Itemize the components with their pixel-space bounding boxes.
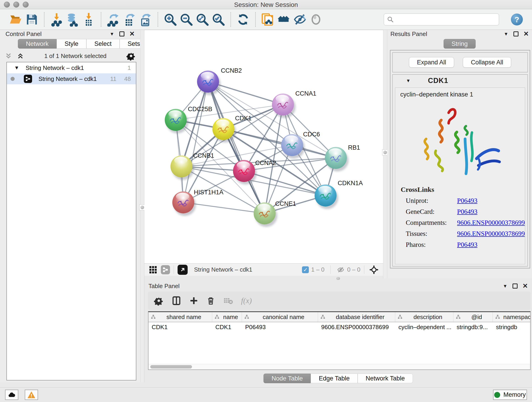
export-image-icon[interactable]	[138, 12, 153, 27]
network-row[interactable]: String Network – cdk1 11 48	[7, 73, 136, 84]
share-view-icon[interactable]	[161, 265, 170, 274]
search-input[interactable]	[394, 14, 496, 25]
node-RB1[interactable]	[325, 147, 347, 169]
edge-CCNB2-HIST1H1A[interactable]	[183, 82, 208, 202]
close-panel-icon[interactable]: ✕	[523, 283, 528, 289]
scrollbar-thumb[interactable]	[150, 365, 192, 369]
tab-network[interactable]: Network	[18, 39, 57, 49]
zoom-fit-icon[interactable]	[194, 12, 210, 27]
gear-icon[interactable]	[127, 51, 136, 61]
memory-button[interactable]: Memory	[493, 390, 527, 400]
edge-HIST1H1A-CCNE1[interactable]	[183, 202, 265, 213]
tab-string[interactable]: String	[443, 39, 476, 49]
crosslink-link[interactable]: P06493	[457, 208, 477, 216]
warning-button[interactable]	[25, 390, 38, 400]
panel-menu-icon[interactable]: ▼	[110, 32, 114, 37]
tab-network-table[interactable]: Network Table	[358, 374, 413, 383]
export-network-icon[interactable]	[105, 12, 121, 27]
zoom-selected-icon[interactable]	[210, 12, 226, 27]
tree-expand-icon[interactable]: ▼	[14, 65, 19, 71]
zoom-in-icon[interactable]	[162, 12, 178, 27]
table-cell[interactable]: 9606.ENSP00000378699	[318, 322, 395, 332]
help-icon[interactable]: ?	[511, 13, 523, 26]
collapse-gene-icon[interactable]: ▼	[406, 78, 411, 83]
node-CCNE1[interactable]	[254, 202, 276, 224]
node-CDC25B[interactable]	[165, 109, 187, 131]
node-CDC6[interactable]	[281, 134, 303, 156]
houses-icon[interactable]	[276, 12, 292, 27]
horizontal-splitter-handle[interactable]	[336, 277, 340, 280]
table-cell[interactable]: stringdb	[493, 322, 531, 332]
close-panel-icon[interactable]: ✕	[129, 31, 135, 37]
crosslink-link[interactable]: 9606.ENSP00000378699	[457, 230, 525, 237]
table-horizontal-scrollbar[interactable]	[148, 364, 530, 370]
column-sort-icon[interactable]	[398, 314, 403, 319]
tab-style[interactable]: Style	[57, 39, 86, 49]
column-sort-icon[interactable]	[244, 314, 249, 319]
node-CCNB1[interactable]	[171, 155, 192, 177]
delete-column-icon[interactable]	[206, 296, 215, 305]
cloud-button[interactable]	[5, 390, 18, 400]
column-header-name[interactable]: name	[212, 312, 242, 322]
panel-menu-icon[interactable]: ▼	[504, 32, 508, 37]
column-header-canonical-name[interactable]: canonical name	[242, 312, 318, 322]
import-network-icon[interactable]	[49, 12, 65, 27]
expand-all-button[interactable]: Expand All	[409, 57, 454, 68]
import-table-icon[interactable]	[81, 12, 97, 27]
collapse-all-button[interactable]: Collapse All	[463, 57, 511, 68]
table-cell[interactable]: CDK1	[148, 322, 212, 332]
column-sort-icon[interactable]	[456, 314, 461, 319]
column-sort-icon[interactable]	[495, 314, 500, 319]
column-header-shared-name[interactable]: shared name	[148, 312, 212, 322]
node-CDK1[interactable]	[212, 118, 234, 140]
tab-select[interactable]: Select	[86, 39, 120, 49]
left-splitter[interactable]	[140, 30, 144, 382]
column-header-description[interactable]: description	[395, 312, 453, 322]
column-sort-icon[interactable]	[215, 314, 220, 319]
table-cell[interactable]: P06493	[242, 322, 318, 332]
tab-node-table[interactable]: Node Table	[264, 374, 311, 383]
node-CCNA2[interactable]	[233, 160, 255, 182]
crosslink-link[interactable]: 9606.ENSP00000378699	[457, 219, 525, 226]
open-folder-icon[interactable]	[8, 12, 24, 27]
float-panel-icon[interactable]	[513, 32, 519, 36]
birds-eye-view-icon[interactable]	[177, 265, 188, 275]
table-cell[interactable]: CDK1	[212, 322, 242, 332]
show-columns-icon[interactable]	[171, 296, 181, 306]
column-header-namespace[interactable]: namespace	[493, 312, 531, 322]
hide-eye-icon[interactable]	[292, 12, 308, 27]
import-database-icon[interactable]	[65, 12, 81, 27]
zoom-out-icon[interactable]	[178, 12, 194, 27]
save-icon[interactable]	[24, 12, 40, 27]
node-CCNB2[interactable]	[197, 70, 219, 93]
column-header-database-identifier[interactable]: database identifier	[318, 312, 395, 322]
node-table[interactable]: shared namenamecanonical namedatabase id…	[148, 311, 531, 370]
right-splitter[interactable]	[383, 30, 387, 279]
share-document-icon[interactable]	[260, 12, 276, 27]
column-sort-icon[interactable]	[151, 314, 156, 319]
crosslink-link[interactable]: P06493	[457, 197, 477, 204]
panel-menu-icon[interactable]: ▼	[503, 283, 507, 289]
refresh-icon[interactable]	[235, 12, 251, 27]
table-cell[interactable]: cyclin–dependent ...	[395, 322, 453, 332]
node-CCNA1[interactable]	[272, 94, 294, 115]
table-row[interactable]: CDK1CDK1P064939606.ENSP00000378699cyclin…	[148, 322, 530, 332]
column-sort-icon[interactable]	[320, 314, 325, 319]
selected-checkbox-icon[interactable]: ✓	[302, 266, 309, 273]
column-header--id[interactable]: @id	[453, 312, 493, 322]
close-panel-icon[interactable]: ✕	[524, 31, 529, 37]
network-collection-row[interactable]: ▼ String Network – cdk1 1	[7, 62, 136, 73]
tab-edge-table[interactable]: Edge Table	[311, 374, 358, 383]
float-panel-icon[interactable]	[119, 32, 124, 36]
expand-all-icon[interactable]	[17, 52, 24, 60]
table-settings-gear-icon[interactable]	[154, 296, 164, 306]
node-HIST1H1A[interactable]	[172, 191, 194, 213]
crosslink-link[interactable]: P06493	[457, 241, 477, 249]
export-table-icon[interactable]	[121, 12, 138, 27]
add-column-icon[interactable]	[189, 296, 198, 305]
collapse-all-icon[interactable]	[5, 52, 12, 60]
table-cell[interactable]: stringdb:9...	[453, 322, 493, 332]
sphere-icon[interactable]	[308, 12, 324, 27]
fit-selected-icon[interactable]	[368, 264, 380, 276]
grid-view-icon[interactable]	[147, 264, 158, 275]
